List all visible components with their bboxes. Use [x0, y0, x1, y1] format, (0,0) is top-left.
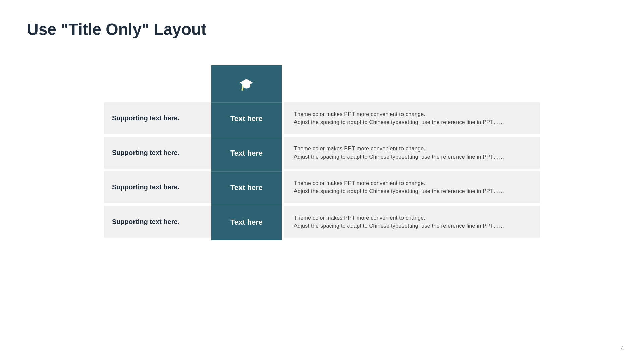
- center-label-4: Text here: [230, 218, 263, 227]
- center-label-3: Text here: [230, 183, 263, 192]
- left-cell-4: Supporting text here.: [104, 206, 211, 238]
- left-cell-1: Supporting text here.: [104, 102, 211, 134]
- left-label-1: Supporting text here.: [112, 114, 179, 122]
- right-cell-3: Theme color makes PPT more convenient to…: [284, 171, 540, 203]
- center-cell-4: Text here: [211, 206, 282, 238]
- right-desc-3a: Theme color makes PPT more convenient to…: [294, 180, 531, 186]
- content-area: Supporting text here. Supporting text he…: [27, 65, 617, 240]
- right-desc-1b: Adjust the spacing to adapt to Chinese t…: [294, 119, 531, 125]
- left-cell-3: Supporting text here.: [104, 171, 211, 203]
- center-cell-3: Text here: [211, 171, 282, 203]
- right-cell-2: Theme color makes PPT more convenient to…: [284, 137, 540, 169]
- slide-title: Use "Title Only" Layout: [27, 20, 617, 39]
- right-desc-2b: Adjust the spacing to adapt to Chinese t…: [294, 154, 531, 160]
- center-cell-2: Text here: [211, 137, 282, 169]
- left-column: Supporting text here. Supporting text he…: [104, 65, 211, 240]
- table-layout: Supporting text here. Supporting text he…: [104, 65, 540, 240]
- slide-container: Use "Title Only" Layout Supporting text …: [0, 0, 644, 362]
- right-desc-1a: Theme color makes PPT more convenient to…: [294, 111, 531, 117]
- left-label-3: Supporting text here.: [112, 183, 179, 191]
- center-cell-1: Text here: [211, 102, 282, 134]
- page-number: 4: [621, 345, 624, 352]
- right-desc-4a: Theme color makes PPT more convenient to…: [294, 215, 531, 221]
- graduation-cap-icon: [239, 77, 254, 90]
- right-desc-2a: Theme color makes PPT more convenient to…: [294, 146, 531, 152]
- right-desc-4b: Adjust the spacing to adapt to Chinese t…: [294, 223, 531, 229]
- center-header: [211, 65, 282, 102]
- right-cell-1: Theme color makes PPT more convenient to…: [284, 102, 540, 134]
- left-label-2: Supporting text here.: [112, 149, 179, 157]
- right-desc-3b: Adjust the spacing to adapt to Chinese t…: [294, 188, 531, 194]
- left-cell-2: Supporting text here.: [104, 137, 211, 169]
- right-cell-4: Theme color makes PPT more convenient to…: [284, 206, 540, 238]
- right-column: Theme color makes PPT more convenient to…: [282, 65, 540, 240]
- center-label-1: Text here: [230, 114, 263, 123]
- left-label-4: Supporting text here.: [112, 218, 179, 226]
- right-header-spacer: [282, 65, 540, 102]
- center-label-2: Text here: [230, 149, 263, 158]
- left-header-spacer: [104, 65, 211, 102]
- center-column: Text here Text here Text here Text here: [211, 65, 282, 240]
